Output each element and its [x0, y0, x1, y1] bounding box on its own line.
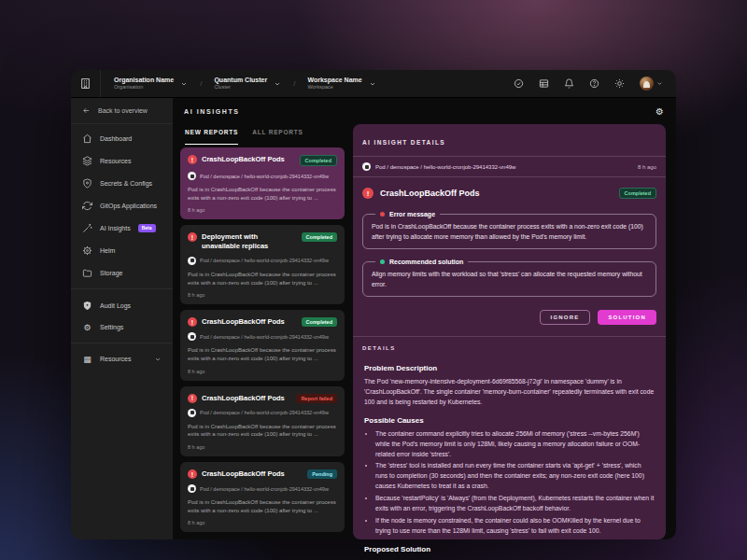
error-icon	[362, 188, 374, 199]
status-badge: Completed	[619, 188, 656, 199]
insight-card[interactable]: Deployment with unavailable replicas Com…	[180, 225, 345, 304]
cause-item: The container command explicitly tries t…	[375, 429, 655, 460]
solution-dot-icon	[380, 259, 385, 264]
help-icon[interactable]	[589, 78, 599, 89]
org-sub: Organisation	[114, 84, 174, 91]
card-timestamp: 8 h ago	[188, 444, 337, 450]
sidebar-item-label: Helm	[100, 247, 115, 254]
card-title: CrashLoopBackOff Pods	[202, 394, 291, 403]
helm-wheel-icon	[82, 245, 92, 256]
table-icon[interactable]	[539, 78, 549, 89]
solution-button[interactable]: SOLUTION	[598, 310, 656, 325]
org-selector[interactable]: Organisation Name Organisation	[114, 77, 188, 91]
error-icon	[188, 317, 197, 327]
card-timestamp: 8 h ago	[188, 520, 337, 525]
insight-card[interactable]: CrashLoopBackOff Pods Pending Pod / demo…	[180, 462, 345, 532]
gear-icon: ⚙	[82, 323, 92, 332]
card-title: CrashLoopBackOff Pods	[202, 155, 295, 164]
card-title: CrashLoopBackOff Pods	[202, 469, 303, 479]
topbar: Organisation Name Organisation / Quantum…	[71, 70, 676, 98]
sidebar-item-gitops-applications[interactable]: GitOps Applications	[71, 194, 173, 217]
card-description: Pod is in CrashLoopBackOff because the c…	[188, 186, 337, 202]
breadcrumb: Organisation Name Organisation / Quantum…	[101, 70, 376, 97]
sidebar-item-resources[interactable]: Resources	[71, 149, 173, 172]
solution-box-text: Align memory limits with the workload so…	[372, 270, 647, 289]
sync-icon	[82, 201, 92, 211]
sidebar-item-helm[interactable]: Helm	[71, 239, 173, 261]
cluster-name: Quantum Cluster	[214, 77, 267, 85]
bell-icon[interactable]	[564, 78, 574, 89]
topbar-actions	[514, 70, 676, 97]
insight-card[interactable]: CrashLoopBackOff Pods Completed Pod / de…	[180, 310, 345, 380]
cause-item: The 'stress' tool is installed and run e…	[375, 461, 655, 492]
sidebar-item-label: Settings	[100, 324, 123, 330]
pod-icon	[188, 257, 196, 265]
back-to-overview[interactable]: Back to overview	[71, 98, 173, 124]
sidebar-item-label: Resources	[100, 356, 131, 362]
folder-icon	[82, 268, 92, 278]
sidebar-item-audit-logs[interactable]: Audit Logs	[71, 294, 173, 316]
status-badge: Completed	[302, 317, 337, 327]
org-name: Organisation Name	[114, 77, 174, 85]
detail-resource: Pod / demospace / hello-world-cronjob-29…	[375, 164, 515, 170]
card-title: CrashLoopBackOff Pods	[202, 317, 297, 327]
ignore-button[interactable]: IGNORE	[540, 310, 591, 325]
sun-theme-icon[interactable]	[614, 78, 625, 89]
sidebar-item-label: Audit Logs	[100, 302, 131, 309]
audit-shield-icon	[82, 301, 92, 311]
sidebar-item-storage[interactable]: Storage	[71, 261, 173, 284]
sidebar-item-ai-insights[interactable]: AI Insights Beta	[71, 217, 173, 239]
sidebar-item-resources-group[interactable]: ▦ Resources	[71, 348, 173, 370]
beta-badge: Beta	[138, 224, 156, 232]
sidebar-item-label: Resources	[100, 158, 131, 164]
cluster-selector[interactable]: Quantum Cluster Cluster	[214, 77, 281, 91]
card-timestamp: 8 h ago	[188, 292, 337, 298]
insight-card[interactable]: CrashLoopBackOff Pods Completed Pod / de…	[180, 147, 345, 219]
cause-item: Because 'restartPolicy' is 'Always' (fro…	[375, 494, 655, 514]
error-icon	[188, 394, 197, 403]
back-label: Back to overview	[98, 107, 148, 114]
sidebar-item-secrets-configs[interactable]: Secrets & Configs	[71, 172, 173, 194]
crumb-separator: /	[293, 79, 295, 88]
error-box-text: Pod is in CrashLoopBackOff because the c…	[372, 222, 647, 242]
detail-title: CrashLoopBackOff Pods	[380, 189, 613, 198]
sidebar-divider	[71, 343, 173, 343]
card-description: Pod is in CrashLoopBackOff because the c…	[188, 346, 337, 362]
sidebar-item-dashboard[interactable]: Dashboard	[71, 127, 173, 149]
app-window: Organisation Name Organisation / Quantum…	[71, 70, 676, 539]
insight-detail-panel: AI INSIGHT DETAILS Pod / demospace / hel…	[353, 124, 666, 539]
tab-all-reports[interactable]: ALL REPORTS	[252, 129, 303, 145]
card-timestamp: 8 h ago	[188, 369, 337, 374]
user-menu[interactable]	[640, 77, 663, 91]
cluster-sub: Cluster	[214, 84, 267, 91]
error-icon	[188, 155, 197, 164]
card-description: Pod is in CrashLoopBackOff because the c…	[188, 271, 337, 287]
insights-gear-icon[interactable]: ⚙	[655, 106, 665, 117]
recommended-solution-box: Recommended solution Align memory limits…	[362, 259, 656, 297]
proposed-solution-heading: Proposed Solution	[364, 545, 655, 553]
card-title: Deployment with unavailable replicas	[202, 232, 297, 251]
app-logo[interactable]	[71, 70, 101, 97]
building-logo-icon	[79, 77, 92, 90]
shield-icon	[82, 178, 92, 189]
details-section-label: DETAILS	[353, 336, 666, 355]
chevron-down-icon	[154, 356, 162, 363]
error-message-box: Error message Pod is in CrashLoopBackOff…	[362, 211, 656, 249]
grid-icon: ▦	[82, 355, 92, 364]
user-avatar	[640, 77, 654, 91]
pod-icon	[188, 332, 196, 341]
card-resource: Pod / demospace / hello-world-cronjob-29…	[200, 258, 329, 263]
error-icon	[188, 232, 197, 242]
sidebar-item-label: Dashboard	[100, 135, 132, 142]
pod-icon	[362, 162, 371, 171]
solution-box-label: Recommended solution	[389, 259, 463, 265]
sidebar-item-label: AI Insights	[100, 225, 131, 231]
workspace-selector[interactable]: Workspace Name Workspace	[307, 77, 375, 91]
sidebar-item-settings[interactable]: ⚙ Settings	[71, 316, 173, 338]
report-tabs: NEW REPORTS ALL REPORTS	[180, 124, 345, 145]
tab-new-reports[interactable]: NEW REPORTS	[185, 129, 238, 145]
card-resource: Pod / demospace / hello-world-cronjob-29…	[200, 410, 329, 415]
status-badge: Completed	[302, 232, 337, 242]
tasks-check-circle-icon[interactable]	[514, 78, 524, 89]
insight-card[interactable]: CrashLoopBackOff Pods Report failed Pod …	[180, 386, 345, 456]
